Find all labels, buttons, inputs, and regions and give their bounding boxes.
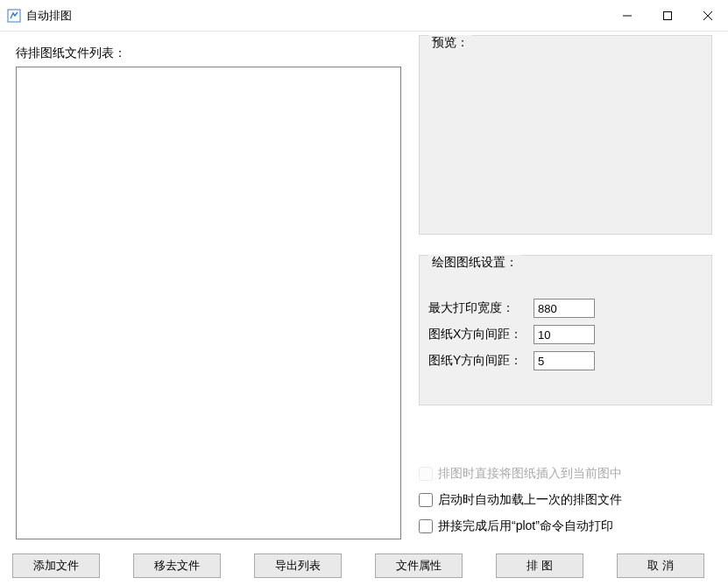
preview-group: 预览： [419, 35, 712, 235]
insert-into-current-checkbox [419, 467, 433, 481]
svg-rect-2 [664, 11, 672, 19]
layout-button[interactable]: 排 图 [496, 553, 583, 578]
export-list-button[interactable]: 导出列表 [254, 553, 342, 578]
insert-into-current-label: 排图时直接将图纸插入到当前图中 [438, 466, 622, 482]
minimize-button[interactable] [607, 0, 647, 31]
settings-group: 绘图图纸设置： 最大打印宽度： 图纸X方向间距： 图纸Y方向间距： [419, 255, 712, 405]
add-file-button[interactable]: 添加文件 [12, 553, 100, 578]
y-spacing-input[interactable] [534, 351, 595, 370]
cancel-button[interactable]: 取 消 [617, 553, 704, 578]
y-spacing-label: 图纸Y方向间距： [428, 353, 534, 369]
options-group: 排图时直接将图纸插入到当前图中 启动时自动加载上一次的排图文件 拼接完成后用“p… [419, 461, 717, 539]
file-props-button[interactable]: 文件属性 [375, 553, 463, 578]
x-spacing-input[interactable] [534, 325, 595, 344]
option-insert-into-current: 排图时直接将图纸插入到当前图中 [419, 461, 717, 487]
option-load-last-on-start[interactable]: 启动时自动加载上一次的排图文件 [419, 487, 717, 513]
auto-plot-after-merge-checkbox[interactable] [419, 519, 433, 533]
x-spacing-label: 图纸X方向间距： [428, 327, 534, 342]
remove-file-button[interactable]: 移去文件 [133, 553, 221, 578]
max-print-width-label: 最大打印宽度： [428, 300, 534, 316]
load-last-on-start-label: 启动时自动加载上一次的排图文件 [438, 492, 622, 508]
file-list-label: 待排图纸文件列表： [16, 46, 126, 61]
preview-legend: 预览： [428, 35, 472, 51]
auto-plot-after-merge-label: 拼接完成后用“plot”命令自动打印 [438, 518, 613, 534]
title-bar: 自动排图 [0, 0, 728, 32]
option-auto-plot-after-merge[interactable]: 拼接完成后用“plot”命令自动打印 [419, 513, 717, 539]
app-icon [7, 9, 21, 23]
close-button[interactable] [688, 0, 728, 31]
load-last-on-start-checkbox[interactable] [419, 493, 433, 507]
file-list[interactable] [16, 67, 401, 539]
max-print-width-input[interactable] [534, 299, 595, 318]
maximize-button[interactable] [647, 0, 688, 31]
window-title: 自动排图 [26, 8, 72, 24]
button-row: 添加文件 移去文件 导出列表 文件属性 排 图 取 消 [12, 553, 717, 578]
settings-legend: 绘图图纸设置： [428, 255, 521, 271]
content-area: 待排图纸文件列表： 预览： 绘图图纸设置： 最大打印宽度： 图纸X方向间距： 图… [0, 32, 728, 585]
svg-rect-0 [8, 10, 20, 22]
